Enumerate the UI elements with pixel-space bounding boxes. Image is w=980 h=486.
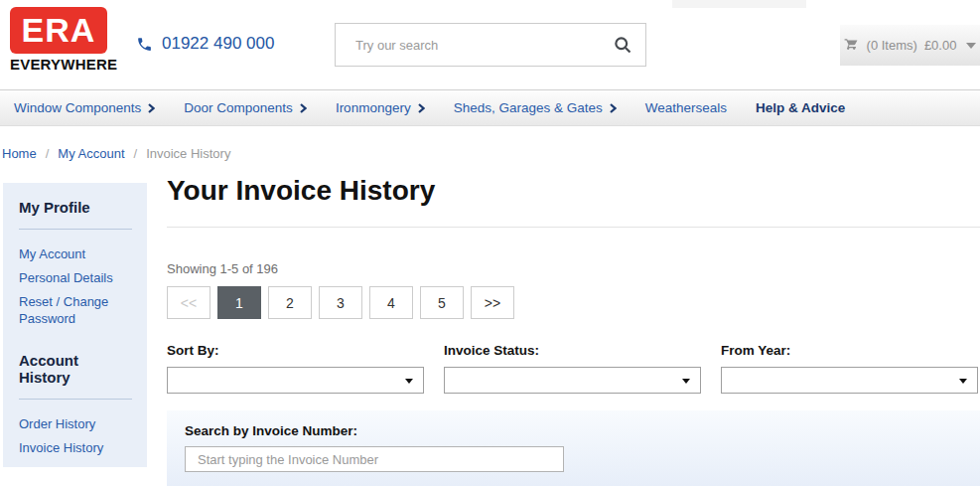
sort-by-select[interactable]	[167, 367, 424, 394]
nav-label: Door Components	[184, 100, 293, 115]
invoice-status-label: Invoice Status:	[444, 343, 701, 358]
nav-item-help-advice[interactable]: Help & Advice	[756, 100, 845, 115]
pagination: << 1 2 3 4 5 >>	[167, 286, 514, 319]
breadcrumb-separator: /	[46, 146, 50, 161]
search-button[interactable]	[600, 24, 645, 66]
sidebar-item-invoice-history[interactable]: Invoice History	[19, 435, 128, 459]
invoice-search-panel: Search by Invoice Number:	[167, 410, 980, 486]
nav-item-door-components[interactable]: Door Components	[184, 100, 307, 115]
phone-number: 01922 490 000	[162, 34, 274, 54]
breadcrumb-separator: /	[134, 146, 138, 161]
chevron-right-icon	[300, 103, 307, 113]
cart-chevron-down-icon	[966, 43, 976, 49]
sidebar-item-reset-change-password[interactable]: Reset / Change Password	[19, 289, 128, 330]
main-nav: Window Components Door Components Ironmo…	[0, 89, 980, 126]
nav-label: Ironmongery	[336, 100, 411, 115]
pagination-page-1[interactable]: 1	[217, 286, 261, 319]
filter-invoice-status: Invoice Status:	[444, 343, 701, 394]
search-input[interactable]	[336, 38, 600, 53]
sidebar-item-personal-details[interactable]: Personal Details	[19, 265, 128, 289]
nav-item-ironmongery[interactable]: Ironmongery	[336, 100, 425, 115]
breadcrumb-home[interactable]: Home	[2, 146, 37, 161]
page-title: Your Invoice History	[167, 175, 435, 207]
top-gray-strip	[672, 0, 806, 8]
nav-label: Weatherseals	[645, 100, 727, 115]
era-logo[interactable]: ERA EVERYWHERE	[10, 7, 107, 73]
filter-sort-by: Sort By:	[167, 343, 424, 394]
nav-label: Sheds, Garages & Gates	[454, 100, 603, 115]
pagination-next-button[interactable]: >>	[471, 286, 514, 319]
pagination-page-3[interactable]: 3	[319, 286, 362, 319]
invoice-status-select[interactable]	[444, 367, 701, 394]
from-year-select[interactable]	[721, 367, 978, 394]
era-logo-text: ERA	[22, 11, 96, 50]
cart-items-count: (0 Items)	[867, 38, 917, 53]
breadcrumb: Home / My Account / Invoice History	[2, 146, 230, 161]
filter-bar: Sort By: Invoice Status: From Year:	[167, 343, 980, 394]
cart-icon	[844, 38, 860, 54]
era-logo-subtext: EVERYWHERE	[10, 56, 107, 73]
pagination-page-5[interactable]: 5	[420, 286, 464, 319]
chevron-right-icon	[418, 103, 425, 113]
sidebar-section-my-profile: My Profile	[19, 199, 132, 216]
page: ERA EVERYWHERE 01922 490 000	[0, 0, 980, 486]
nav-label: Window Components	[14, 100, 141, 115]
phone-contact[interactable]: 01922 490 000	[136, 34, 274, 54]
breadcrumb-my-account[interactable]: My Account	[58, 146, 124, 161]
header: ERA EVERYWHERE 01922 490 000	[0, 0, 980, 87]
cart-total: £0.00	[924, 38, 957, 53]
account-sidebar: My Profile My Account Personal Details R…	[3, 183, 147, 467]
nav-item-window-components[interactable]: Window Components	[14, 100, 155, 115]
filter-from-year: From Year:	[721, 343, 978, 394]
sidebar-divider	[19, 399, 132, 400]
chevron-right-icon	[148, 103, 155, 113]
invoice-search-label: Search by Invoice Number:	[185, 423, 980, 438]
sidebar-item-my-account[interactable]: My Account	[19, 242, 128, 265]
site-search	[335, 23, 646, 67]
from-year-label: From Year:	[721, 343, 978, 358]
nav-item-sheds-garages-gates[interactable]: Sheds, Garages & Gates	[454, 100, 617, 115]
era-logo-red-badge: ERA	[10, 7, 107, 54]
results-count: Showing 1-5 of 196	[167, 261, 278, 276]
sidebar-spacer	[19, 330, 132, 352]
chevron-right-icon	[610, 103, 617, 113]
sidebar-item-order-history[interactable]: Order History	[19, 411, 128, 435]
pagination-page-4[interactable]: 4	[369, 286, 413, 319]
breadcrumb-current-page: Invoice History	[146, 146, 230, 161]
phone-icon	[136, 36, 153, 53]
nav-item-weatherseals[interactable]: Weatherseals	[645, 100, 727, 115]
sidebar-section-account-history: Account History	[19, 352, 132, 386]
sidebar-divider	[19, 229, 132, 230]
invoice-number-input[interactable]	[185, 446, 564, 472]
pagination-prev-button[interactable]: <<	[167, 286, 210, 319]
sort-by-label: Sort By:	[167, 343, 424, 358]
cart-summary[interactable]: (0 Items) £0.00	[840, 25, 980, 66]
search-icon	[613, 35, 632, 55]
pagination-page-2[interactable]: 2	[268, 286, 312, 319]
title-divider	[167, 227, 980, 228]
nav-label: Help & Advice	[756, 100, 845, 115]
